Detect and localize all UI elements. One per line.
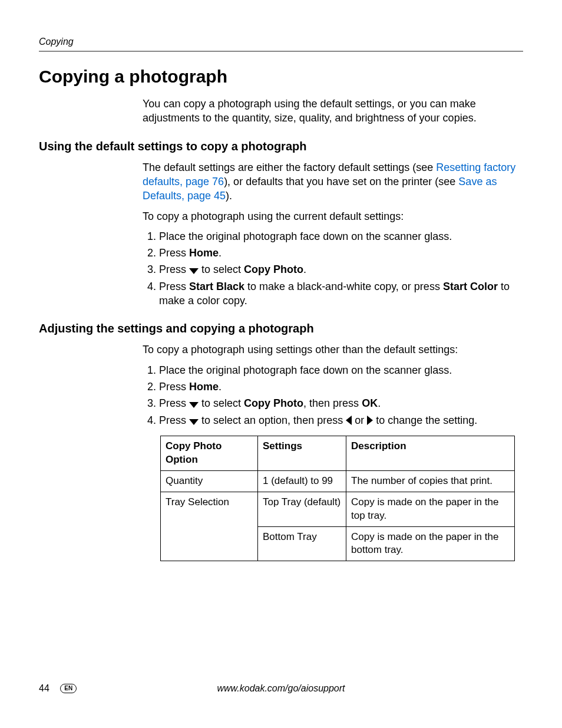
text: Press — [159, 381, 189, 393]
table-header-row: Copy Photo Option Settings Description — [161, 436, 515, 470]
text: Press — [159, 247, 189, 259]
home-label: Home — [189, 247, 219, 259]
cell-settings: 1 (default) to 99 — [258, 470, 346, 492]
list-item: Press to select Copy Photo. — [159, 262, 523, 276]
copy-photo-label: Copy Photo — [244, 263, 303, 275]
svg-marker-4 — [367, 416, 373, 425]
list-item: Press Start Black to make a black-and-wh… — [159, 279, 523, 308]
text: . — [219, 247, 222, 259]
svg-marker-2 — [189, 419, 199, 425]
text: to change the setting. — [376, 414, 477, 426]
text: Press — [159, 414, 189, 426]
table-row: Tray Selection Top Tray (default) Copy i… — [161, 492, 515, 526]
cell-option: Quantity — [161, 470, 258, 492]
col-description: Description — [346, 436, 515, 470]
list-item: Press Home. — [159, 380, 523, 394]
text: Press — [159, 281, 189, 292]
text: ), or defaults that you have set on the … — [224, 176, 458, 187]
col-settings: Settings — [258, 436, 346, 470]
list-item: Press to select an option, then press or… — [159, 413, 523, 427]
list-item: Press to select Copy Photo, then press O… — [159, 396, 523, 410]
footer-url: www.kodak.com/go/aiosupport — [39, 682, 523, 695]
cell-description: The number of copies that print. — [346, 470, 515, 492]
text: to make a black-and-white copy, or press — [244, 281, 443, 292]
start-color-label: Start Color — [443, 281, 498, 292]
text: to select — [199, 263, 244, 275]
intro-paragraph: You can copy a photograph using the defa… — [143, 97, 523, 126]
copy-photo-label: Copy Photo — [244, 397, 303, 409]
svg-marker-3 — [346, 416, 352, 425]
page-footer: 44 EN www.kodak.com/go/aiosupport — [39, 682, 523, 699]
text: or — [352, 414, 367, 426]
text: . — [378, 397, 381, 409]
page-title: Copying a photograph — [39, 65, 523, 89]
start-black-label: Start Black — [189, 281, 244, 292]
cell-settings: Top Tray (default) — [258, 492, 346, 526]
svg-marker-1 — [189, 402, 199, 408]
ok-label: OK — [362, 397, 378, 409]
list-item: Place the original photograph face down … — [159, 363, 523, 377]
page: Copying Copying a photograph You can cop… — [0, 0, 562, 728]
text: , then press — [303, 397, 362, 409]
list-item: Press Home. — [159, 246, 523, 260]
default-settings-paragraph: The default settings are either the fact… — [143, 160, 523, 203]
cell-description: Copy is made on the paper in the bottom … — [346, 526, 515, 561]
running-head: Copying — [39, 35, 523, 48]
cell-option: Tray Selection — [161, 492, 258, 561]
text: The default settings are either the fact… — [143, 162, 436, 173]
section-adjust-body: To copy a photograph using settings othe… — [143, 342, 523, 561]
copy-photo-options-table: Copy Photo Option Settings Description Q… — [160, 436, 515, 562]
arrow-down-icon — [189, 402, 199, 408]
text: ). — [226, 190, 232, 202]
text: . — [219, 381, 222, 393]
arrow-left-icon — [346, 416, 352, 425]
home-label: Home — [189, 381, 219, 393]
arrow-down-icon — [189, 419, 199, 425]
default-steps: Place the original photograph face down … — [143, 229, 523, 308]
cell-description: Copy is made on the paper in the top tra… — [346, 492, 515, 526]
adjust-lead: To copy a photograph using settings othe… — [143, 342, 523, 357]
text: . — [303, 263, 306, 275]
col-option: Copy Photo Option — [161, 436, 258, 470]
text: to select — [199, 397, 244, 409]
table-row: Quantity 1 (default) to 99 The number of… — [161, 470, 515, 492]
arrow-down-icon — [189, 268, 199, 274]
arrow-right-icon — [367, 416, 373, 425]
text: to select an option, then press — [199, 414, 346, 426]
text: Press — [159, 397, 189, 409]
cell-settings: Bottom Tray — [258, 526, 346, 561]
text: Press — [159, 263, 189, 275]
default-lead: To copy a photograph using the current d… — [143, 209, 523, 223]
header-rule — [39, 51, 523, 52]
section-default-heading: Using the default settings to copy a pho… — [39, 139, 523, 154]
section-adjust-heading: Adjusting the settings and copying a pho… — [39, 321, 523, 337]
intro-text: You can copy a photograph using the defa… — [143, 97, 523, 126]
list-item: Place the original photograph face down … — [159, 229, 523, 243]
adjust-steps: Place the original photograph face down … — [143, 363, 523, 427]
svg-marker-0 — [189, 268, 199, 274]
section-default-body: The default settings are either the fact… — [143, 160, 523, 308]
